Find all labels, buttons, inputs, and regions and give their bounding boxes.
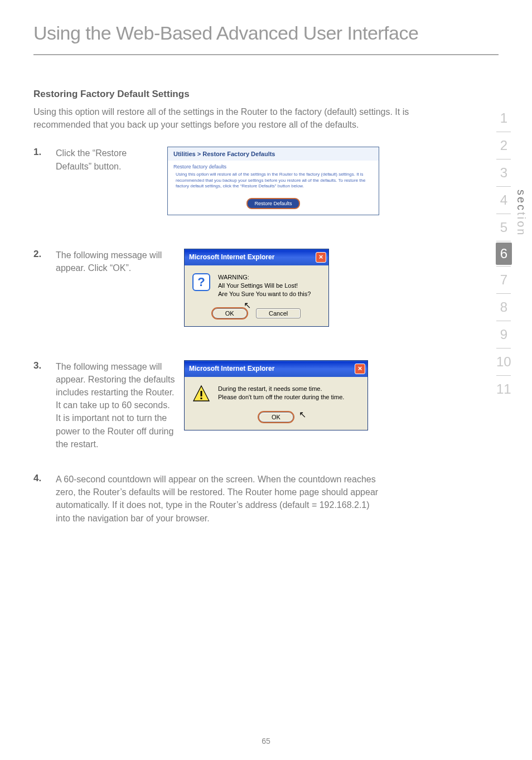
- dialog-buttons: OK ↖: [185, 408, 367, 430]
- warning-icon: [192, 385, 210, 403]
- nav-3[interactable]: 3: [496, 161, 512, 185]
- step-1-number: 1.: [33, 147, 56, 158]
- dialog-title: Microsoft Internet Explorer: [189, 253, 274, 261]
- section-nav: 1 2 3 4 5 6 7 8 9 10 11: [496, 106, 512, 401]
- nav-6[interactable]: 6: [496, 243, 512, 265]
- step-1-screenshot: Utilities > Restore Factory Defaults Res…: [167, 147, 379, 215]
- step-2-screenshot: Microsoft Internet Explorer × ? WARNING:…: [184, 249, 329, 327]
- step-3-text: The following message will appear. Resto…: [56, 360, 184, 451]
- warning-line-2: All Your Settings Will be Lost!: [218, 282, 311, 290]
- step-4-number: 4.: [33, 473, 56, 484]
- cursor-icon: ↖: [299, 409, 306, 420]
- restart-line-1: During the restart, it needs some time.: [218, 385, 344, 393]
- step-1-row: 1. Click the “Restore Defaults” button. …: [33, 147, 432, 215]
- page-number: 65: [0, 737, 532, 746]
- step-3-number: 3.: [33, 360, 56, 371]
- restart-line-2: Please don't turn off the router during …: [218, 393, 344, 401]
- step-2-row: 2. The following message will appear. Cl…: [33, 249, 432, 327]
- ok-button[interactable]: OK: [212, 308, 247, 318]
- nav-8[interactable]: 8: [496, 295, 512, 320]
- dialog-buttons: OK Cancel ↖: [185, 304, 328, 326]
- step-2-text: The following message will appear. Click…: [56, 249, 184, 274]
- nav-7[interactable]: 7: [496, 268, 512, 292]
- dialog-title: Microsoft Internet Explorer: [189, 365, 274, 372]
- section-label-part2: tion: [515, 212, 528, 236]
- svg-rect-2: [201, 398, 202, 399]
- step-2-number: 2.: [33, 249, 56, 260]
- intro-paragraph: Using this option will restore all of th…: [33, 105, 432, 131]
- step-3-screenshot: Microsoft Internet Explorer × During the…: [184, 360, 368, 430]
- svg-rect-1: [201, 391, 202, 396]
- warning-dialog: Microsoft Internet Explorer × ? WARNING:…: [184, 249, 329, 327]
- restore-defaults-button[interactable]: Restore Defaults: [246, 198, 299, 209]
- restart-dialog: Microsoft Internet Explorer × During the…: [184, 360, 368, 430]
- section-label: section: [515, 190, 528, 236]
- step-4-text: A 60-second countdown will appear on the…: [56, 473, 387, 525]
- dialog-titlebar: Microsoft Internet Explorer ×: [185, 361, 367, 377]
- nav-10[interactable]: 10: [496, 350, 512, 374]
- dialog-message: WARNING: All Your Settings Will be Lost!…: [218, 273, 311, 299]
- dialog-body: ? WARNING: All Your Settings Will be Los…: [185, 265, 328, 304]
- nav-5[interactable]: 5: [496, 215, 512, 240]
- close-icon[interactable]: ×: [316, 252, 326, 263]
- warning-line-1: WARNING:: [218, 273, 311, 282]
- nav-1[interactable]: 1: [496, 106, 512, 130]
- close-icon[interactable]: ×: [355, 364, 365, 374]
- dialog-message: During the restart, it needs some time. …: [218, 385, 344, 402]
- cancel-button[interactable]: Cancel: [256, 308, 301, 318]
- nav-2[interactable]: 2: [496, 133, 512, 158]
- main-content: Restoring Factory Default Settings Using…: [0, 55, 532, 525]
- warning-line-3: Are You Sure You want to do this?: [218, 290, 311, 298]
- step-4-row: 4. A 60-second countdown will appear on …: [33, 473, 432, 525]
- nav-4[interactable]: 4: [496, 188, 512, 212]
- panel-description: Using this option will restore all of th…: [168, 171, 379, 193]
- dialog-titlebar: Microsoft Internet Explorer ×: [185, 249, 328, 265]
- page-title: Using the Web-Based Advanced User Interf…: [0, 0, 532, 54]
- panel-subhead: Restore factory defaults: [168, 161, 379, 171]
- nav-11[interactable]: 11: [496, 377, 512, 401]
- ok-button[interactable]: OK: [259, 412, 293, 422]
- restore-defaults-panel: Utilities > Restore Factory Defaults Res…: [167, 147, 379, 215]
- dialog-body: During the restart, it needs some time. …: [185, 377, 367, 408]
- step-3-row: 3. The following message will appear. Re…: [33, 360, 432, 451]
- section-heading: Restoring Factory Default Settings: [33, 89, 432, 100]
- panel-breadcrumb: Utilities > Restore Factory Defaults: [168, 147, 379, 161]
- panel-button-wrap: Restore Defaults: [168, 194, 379, 215]
- nav-9[interactable]: 9: [496, 322, 512, 347]
- step-1-text: Click the “Restore Defaults” button.: [56, 147, 167, 172]
- section-label-part1: sec: [515, 190, 528, 212]
- question-icon: ?: [192, 273, 210, 291]
